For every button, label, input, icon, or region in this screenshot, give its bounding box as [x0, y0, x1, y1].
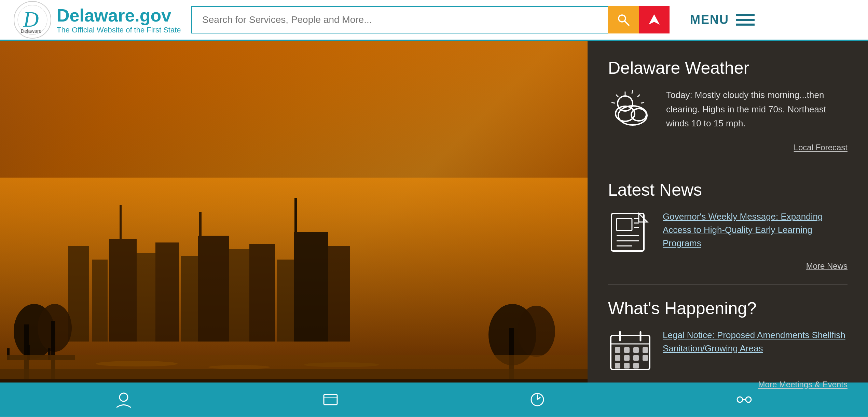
- svg-line-41: [637, 95, 640, 97]
- events-title: What's Happening?: [608, 298, 848, 318]
- svg-marker-5: [649, 14, 660, 25]
- svg-text:D: D: [23, 8, 39, 31]
- svg-rect-20: [199, 212, 202, 236]
- weather-icon: [608, 88, 656, 136]
- svg-rect-50: [617, 219, 632, 231]
- svg-rect-67: [633, 355, 639, 361]
- svg-point-72: [120, 393, 128, 401]
- svg-point-27: [518, 306, 555, 357]
- svg-point-48: [631, 109, 646, 121]
- logo-text: Delaware.gov The Official Website of the…: [57, 5, 181, 34]
- events-content: Legal Notice: Proposed Amendments Shellf…: [608, 329, 848, 373]
- svg-rect-68: [643, 355, 648, 361]
- news-headline-link[interactable]: Governor's Weekly Message: Expanding Acc…: [663, 210, 848, 250]
- events-section: What's Happening?: [608, 285, 848, 403]
- svg-rect-21: [294, 198, 297, 232]
- events-headline-link[interactable]: Legal Notice: Proposed Amendments Shellf…: [663, 329, 848, 355]
- site-title: Delaware.gov: [57, 5, 181, 26]
- news-title: Latest News: [608, 180, 848, 200]
- svg-line-40: [632, 90, 633, 94]
- svg-rect-14: [229, 249, 249, 342]
- bottom-icon-1: [114, 390, 133, 409]
- search-button[interactable]: [608, 6, 639, 33]
- svg-line-42: [641, 102, 644, 103]
- site-subtitle: The Official Website of the First State: [57, 26, 181, 34]
- hero-image: [0, 41, 588, 383]
- bottom-icon-2: [321, 390, 340, 409]
- svg-rect-18: [328, 246, 350, 342]
- location-button[interactable]: [639, 6, 670, 33]
- svg-rect-71: [633, 363, 639, 369]
- bottom-icon-3: [528, 390, 547, 409]
- svg-point-45: [618, 96, 633, 111]
- svg-rect-66: [624, 355, 630, 361]
- bottom-item-1[interactable]: [114, 390, 133, 409]
- svg-line-44: [611, 102, 615, 103]
- events-footer: More Meetings & Events: [608, 380, 848, 389]
- svg-text:Delaware: Delaware: [21, 28, 42, 34]
- more-news-link[interactable]: More News: [806, 261, 848, 270]
- menu-area[interactable]: MENU: [690, 13, 755, 27]
- svg-rect-61: [615, 347, 620, 353]
- search-icon: [617, 13, 630, 27]
- svg-rect-62: [624, 347, 630, 353]
- svg-point-35: [96, 361, 178, 366]
- svg-rect-65: [615, 355, 620, 361]
- search-input[interactable]: [191, 6, 608, 33]
- news-content: Governor's Weekly Message: Expanding Acc…: [608, 210, 848, 254]
- svg-rect-63: [633, 347, 639, 353]
- search-area: [191, 6, 670, 33]
- logo-circle: D Delaware: [14, 1, 51, 39]
- svg-rect-8: [92, 260, 108, 342]
- weather-content: Today: Mostly cloudy this morning...then…: [608, 88, 848, 136]
- svg-rect-17: [294, 232, 328, 342]
- svg-rect-11: [155, 242, 179, 342]
- weather-description: Today: Mostly cloudy this morning...then…: [666, 88, 848, 131]
- menu-label: MENU: [690, 13, 729, 27]
- svg-rect-10: [137, 253, 155, 342]
- main-content: Delaware Weather: [0, 41, 868, 383]
- svg-rect-19: [120, 205, 122, 239]
- svg-rect-70: [624, 363, 630, 369]
- calendar-icon: [608, 329, 652, 373]
- svg-rect-73: [324, 394, 337, 405]
- svg-line-4: [624, 21, 629, 25]
- news-section: Latest News Governor's Weekly Message: E…: [608, 166, 848, 285]
- logo-area: D Delaware Delaware.gov The Official Web…: [14, 1, 191, 39]
- svg-line-43: [616, 95, 618, 97]
- local-forecast-link[interactable]: Local Forecast: [794, 143, 848, 152]
- svg-rect-64: [643, 347, 648, 353]
- svg-point-36: [208, 365, 270, 369]
- svg-rect-9: [109, 239, 137, 342]
- bottom-item-3[interactable]: [528, 390, 547, 409]
- city-skyline: [0, 178, 588, 383]
- svg-rect-13: [198, 236, 229, 342]
- bottom-item-2[interactable]: [321, 390, 340, 409]
- svg-rect-69: [615, 363, 620, 369]
- svg-rect-38: [0, 379, 588, 383]
- more-events-link[interactable]: More Meetings & Events: [758, 380, 848, 389]
- site-header: D Delaware Delaware.gov The Official Web…: [0, 0, 868, 41]
- news-footer: More News: [608, 261, 848, 271]
- svg-rect-16: [277, 260, 294, 342]
- weather-footer: Local Forecast: [608, 143, 848, 152]
- svg-point-37: [304, 362, 379, 367]
- weather-section: Delaware Weather: [608, 58, 848, 166]
- hamburger-icon: [736, 14, 755, 26]
- svg-rect-15: [249, 244, 275, 342]
- weather-title: Delaware Weather: [608, 58, 848, 78]
- news-icon: [608, 210, 652, 254]
- right-panel: Delaware Weather: [588, 41, 868, 383]
- svg-rect-12: [181, 256, 198, 342]
- location-icon: [647, 13, 661, 27]
